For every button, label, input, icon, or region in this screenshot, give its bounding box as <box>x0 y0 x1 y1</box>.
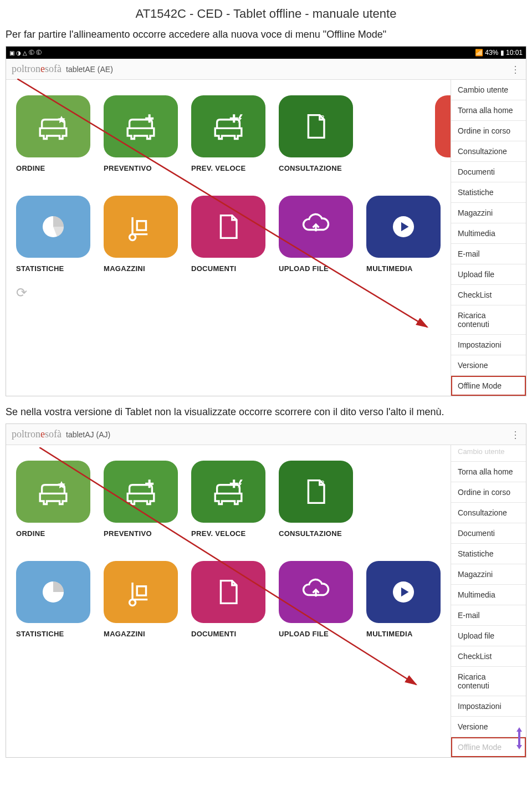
logo-part: e <box>40 63 45 74</box>
menu-item-e-mail[interactable]: E-mail <box>451 244 526 264</box>
menu-item-ordine-in-corso[interactable]: Ordine in corso <box>451 121 526 141</box>
menu-item-upload-file[interactable]: Upload file <box>451 626 526 646</box>
svg-text:?: ? <box>320 479 324 487</box>
play-icon <box>385 573 422 611</box>
overflow-menu-icon[interactable]: ⋯ <box>510 430 522 439</box>
menu-item-cambio-utente[interactable]: Cambio utente <box>451 80 526 100</box>
tile-label: DOCUMENTI <box>191 264 265 273</box>
tile-multimedia[interactable] <box>366 561 441 623</box>
document-question-icon: ? <box>297 473 335 511</box>
tile-consultazione[interactable]: ? <box>279 461 353 523</box>
page-title: AT1542C - CED - Tablet offline - manuale… <box>6 7 526 21</box>
tile-ordine[interactable] <box>16 461 90 523</box>
menu-item-checklist[interactable]: CheckList <box>451 646 526 667</box>
menu-item-impostazioni[interactable]: Impostazioni <box>451 696 526 717</box>
menu-item-statistiche[interactable]: Statistiche <box>451 544 526 564</box>
menu-item-e-mail[interactable]: E-mail <box>451 605 526 626</box>
menu-item-ordine-in-corso[interactable]: Ordine in corso <box>451 482 526 503</box>
tile-multimedia[interactable] <box>366 196 441 258</box>
tile-upload[interactable] <box>279 196 353 258</box>
menu-item-torna-alla-home[interactable]: Torna alla home <box>451 100 526 121</box>
logo-part: poltron <box>12 63 40 74</box>
sofa-bolt-icon <box>209 473 247 511</box>
menu-item-consultazione[interactable]: Consultazione <box>451 141 526 162</box>
tile-consultazione[interactable]: ? <box>279 95 353 157</box>
menu-item-versione[interactable]: Versione <box>451 355 526 376</box>
tile-label: ORDINE <box>16 529 90 538</box>
clock-text: 10:01 <box>506 49 523 57</box>
tile-label: DOCUMENTI <box>191 630 265 638</box>
tile-ordine[interactable] <box>16 95 90 157</box>
sofa-bolt-icon <box>209 108 247 145</box>
status-icon: △ <box>23 50 27 56</box>
tile-documenti[interactable] <box>191 561 265 623</box>
tile-grid: ORDINE PREVENTIVO PREV. VELOCE ? CONSULT… <box>6 445 451 757</box>
tile-label: PREVENTIVO <box>104 164 178 172</box>
status-icon: Ⓔ <box>36 49 42 57</box>
tile-prev-veloce[interactable] <box>191 95 265 157</box>
tile-label: MULTIMEDIA <box>366 264 441 273</box>
tile-label: PREV. VELOCE <box>191 164 265 172</box>
tile-documenti[interactable] <box>191 196 265 258</box>
menu-item-multimedia[interactable]: Multimedia <box>451 585 526 605</box>
tile-magazzini[interactable] <box>104 196 178 258</box>
menu-item-upload-file[interactable]: Upload file <box>451 264 526 285</box>
menu-item-magazzini[interactable]: Magazzini <box>451 564 526 585</box>
battery-icon: ▮ <box>500 49 504 57</box>
handtruck-icon <box>122 573 160 611</box>
partial-red-tile[interactable] <box>435 95 451 157</box>
menu-item-cambio-utente[interactable]: Cambio utente <box>451 445 526 462</box>
tile-magazzini[interactable] <box>104 561 178 623</box>
tile-label: MAGAZZINI <box>104 264 178 273</box>
android-status-bar: ▣ ◑ △ Ⓔ Ⓔ 📶 43% ▮ 10:01 <box>6 47 526 59</box>
logo-part: sofà <box>45 63 62 74</box>
tile-statistiche[interactable] <box>16 561 90 623</box>
menu-item-documenti[interactable]: Documenti <box>451 523 526 544</box>
document-icon <box>209 573 247 611</box>
paragraph-1: Per far partire l'allineamento occorre a… <box>6 29 526 40</box>
tile-statistiche[interactable] <box>16 196 90 258</box>
scroll-arrow-icon <box>515 726 524 751</box>
menu-item-statistiche[interactable]: Statistiche <box>451 182 526 203</box>
play-icon <box>385 208 422 246</box>
document-icon <box>209 208 247 246</box>
refresh-icon[interactable]: ⟳ <box>16 285 441 300</box>
menu-item-torna-alla-home[interactable]: Torna alla home <box>451 462 526 482</box>
menu-item-impostazioni[interactable]: Impostazioni <box>451 335 526 355</box>
menu-item-ricarica-contenuti[interactable]: Ricarica contenuti <box>451 667 526 696</box>
tile-label: UPLOAD FILE <box>279 264 353 273</box>
tile-upload[interactable] <box>279 561 353 623</box>
sofa-plus-icon <box>122 108 160 145</box>
battery-text: 43% <box>485 49 498 57</box>
tile-label: STATISTICHE <box>16 630 90 638</box>
logo-part: e <box>40 428 45 440</box>
menu-item-multimedia[interactable]: Multimedia <box>451 223 526 244</box>
tile-label: PREVENTIVO <box>104 529 178 538</box>
svg-text:?: ? <box>320 114 324 122</box>
tile-preventivo[interactable] <box>104 461 178 523</box>
tile-label: PREV. VELOCE <box>191 529 265 538</box>
tile-preventivo[interactable] <box>104 95 178 157</box>
tile-label: CONSULTAZIONE <box>279 164 353 172</box>
tile-prev-veloce[interactable] <box>191 461 265 523</box>
tile-label: STATISTICHE <box>16 264 90 273</box>
document-question-icon: ? <box>297 108 335 145</box>
cloud-upload-icon <box>297 208 335 246</box>
menu-item-checklist[interactable]: CheckList <box>451 285 526 305</box>
menu-item-magazzini[interactable]: Magazzini <box>451 203 526 223</box>
logo-part: poltron <box>12 428 40 440</box>
logo-part: sofà <box>45 428 62 440</box>
menu-item-offline-mode[interactable]: Offline Mode <box>451 376 526 396</box>
tile-grid: ORDINE PREVENTIVO PREV. VELOCE <box>6 80 451 396</box>
pie-chart-icon <box>34 208 72 246</box>
screenshot-2: poltronesofà tabletAJ (AJ) ⋯ ORDINE PREV… <box>6 423 526 758</box>
toolbar-subtitle: tabletAJ (AJ) <box>66 430 110 439</box>
handtruck-icon <box>122 208 160 246</box>
sofa-star-icon <box>34 108 72 145</box>
screenshot-1: ▣ ◑ △ Ⓔ Ⓔ 📶 43% ▮ 10:01 poltronesofà tab… <box>6 46 526 396</box>
app-toolbar: poltronesofà tabletAE (AE) ⋯ <box>6 59 526 80</box>
menu-item-consultazione[interactable]: Consultazione <box>451 503 526 523</box>
menu-item-ricarica-contenuti[interactable]: Ricarica contenuti <box>451 305 526 335</box>
menu-item-documenti[interactable]: Documenti <box>451 162 526 182</box>
overflow-menu-icon[interactable]: ⋯ <box>510 65 522 74</box>
